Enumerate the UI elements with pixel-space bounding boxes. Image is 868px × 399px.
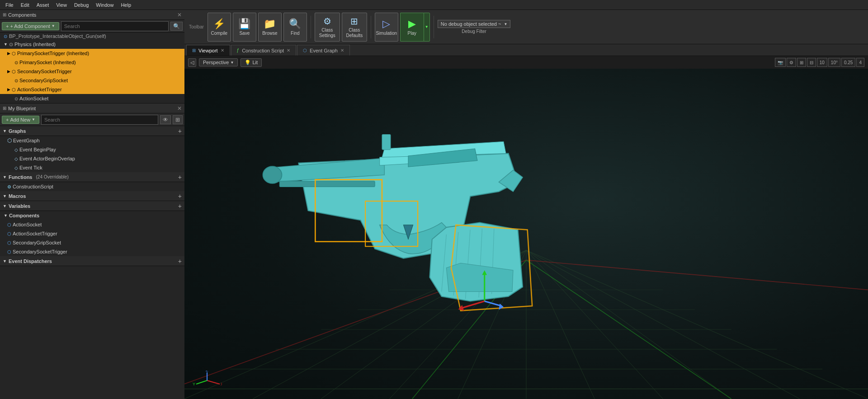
browse-icon: 📁 bbox=[264, 18, 276, 30]
filter-button[interactable]: ⊞ bbox=[173, 115, 183, 124]
event-begin-play-item[interactable]: ◇ Event BeginPlay bbox=[0, 145, 184, 154]
functions-section-header[interactable]: ▼ Functions (24 Overridable) + bbox=[0, 172, 184, 182]
tab-viewport[interactable]: ⊞ Viewport ✕ bbox=[186, 45, 230, 56]
menu-asset[interactable]: Asset bbox=[33, 1, 53, 9]
tree-item-primary-socket-trigger[interactable]: ▶ ⬡ PrimarySocketTrigger (Inherited) bbox=[0, 49, 184, 58]
tree-item-action-socket-trigger[interactable]: ▶ ⬡ ActionSocketTrigger bbox=[0, 85, 184, 94]
vp-camera-btn[interactable]: 📷 bbox=[775, 58, 786, 67]
components-subsection-header[interactable]: ▼ Components bbox=[0, 211, 184, 220]
event-graph-tab-close[interactable]: ✕ bbox=[340, 48, 344, 53]
expand-icon: ▶ bbox=[7, 69, 10, 74]
perspective-button[interactable]: Perspective ▼ bbox=[199, 58, 238, 66]
tree-item-physics[interactable]: ▼ ⊙ Physics (Inherited) bbox=[0, 40, 184, 49]
menu-edit[interactable]: Edit bbox=[17, 1, 33, 9]
tree-item-secondary-socket-trigger[interactable]: ▶ ⬡ SecondarySocketTrigger bbox=[0, 67, 184, 76]
event-tick-item[interactable]: ◇ Event Tick bbox=[0, 163, 184, 172]
menu-debug[interactable]: Debug bbox=[71, 1, 92, 9]
socket-trigger-icon: ⬡ bbox=[7, 231, 11, 236]
graphs-expand-icon: ▼ bbox=[3, 129, 7, 133]
radio-icon: ⊙ bbox=[4, 34, 7, 39]
play-dropdown-button[interactable]: ▼ bbox=[424, 13, 430, 42]
add-new-button[interactable]: + Add New ▼ bbox=[2, 116, 39, 124]
browse-button[interactable]: 📁 Browse bbox=[258, 13, 282, 42]
menu-help[interactable]: Help bbox=[117, 1, 135, 9]
svg-line-37 bbox=[207, 380, 220, 384]
debug-select-dropdown-icon: ▼ bbox=[504, 22, 507, 26]
component-icon: ⬡ bbox=[12, 51, 16, 56]
bp-secondary-socket-trigger-item[interactable]: ⬡ SecondarySocketTrigger bbox=[0, 247, 184, 256]
play-button[interactable]: ▶ Play bbox=[400, 13, 424, 42]
debug-object-select[interactable]: No debug object selected ~ ▼ bbox=[438, 20, 511, 28]
tab-construction-script[interactable]: ƒ Construction Script ✕ bbox=[231, 45, 297, 56]
menu-bar: File Edit Asset View Debug Window Help bbox=[0, 0, 868, 10]
macros-section-header[interactable]: ▼ Macros + bbox=[0, 191, 184, 201]
vp-extra-btn[interactable]: 4 bbox=[856, 58, 864, 67]
viewport[interactable]: ◁ Perspective ▼ 💡 Lit 📷 ⚙ ⊞ ⊟ 10 10° 0.2… bbox=[184, 56, 868, 399]
blueprint-panel-icon: ⊞ bbox=[3, 106, 6, 111]
compile-button[interactable]: ⚡ Compile bbox=[208, 13, 231, 42]
blueprint-section: ⊞ My Blueprint ✕ + Add New ▼ 👁 ⊞ ▼ Graph… bbox=[0, 103, 184, 399]
event-dispatchers-expand-icon: ▼ bbox=[3, 259, 7, 263]
gun-model bbox=[239, 87, 578, 349]
bp-action-socket-trigger-item[interactable]: ⬡ ActionSocketTrigger bbox=[0, 229, 184, 238]
main-area: Toolbar ⚡ Compile 💾 Save 📁 Browse 🔍 Find… bbox=[184, 10, 868, 399]
menu-view[interactable]: View bbox=[52, 1, 71, 9]
macros-add-button[interactable]: + bbox=[178, 192, 182, 200]
svg-marker-36 bbox=[499, 304, 504, 310]
event-dispatchers-add-button[interactable]: + bbox=[178, 258, 182, 265]
svg-rect-28 bbox=[279, 181, 375, 187]
add-component-dropdown-icon: ▼ bbox=[52, 24, 55, 28]
menu-window[interactable]: Window bbox=[92, 1, 117, 9]
class-settings-button[interactable]: ⚙ Class Settings bbox=[315, 13, 340, 42]
component-toolbar: + + Add Component ▼ 🔍 bbox=[0, 20, 184, 33]
add-component-button[interactable]: + + Add Component ▼ bbox=[2, 22, 59, 30]
graphs-add-button[interactable]: + bbox=[178, 127, 182, 135]
socket-icon: ⊙ bbox=[14, 60, 18, 65]
socket-icon: ⊙ bbox=[14, 96, 18, 101]
components-search-button[interactable]: 🔍 bbox=[170, 22, 183, 31]
construction-script-item[interactable]: ⚙ ConstructionScript bbox=[0, 182, 184, 191]
save-button[interactable]: 💾 Save bbox=[233, 13, 256, 42]
tab-event-graph[interactable]: ⬡ Event Graph ✕ bbox=[297, 45, 350, 56]
vp-grid-size-btn[interactable]: 10 bbox=[817, 58, 827, 67]
find-button[interactable]: 🔍 Find bbox=[283, 13, 307, 42]
blueprint-search-input[interactable] bbox=[41, 115, 158, 125]
blueprint-panel-close[interactable]: ✕ bbox=[177, 105, 182, 112]
play-button-group: ▶ Play ▼ bbox=[400, 13, 430, 42]
tree-item-action-socket[interactable]: ⊙ ActionSocket bbox=[0, 94, 184, 103]
socket-icon: ⊙ bbox=[14, 78, 18, 83]
secondary-trigger-icon: ⬡ bbox=[7, 249, 11, 254]
lit-button[interactable]: 💡 Lit bbox=[241, 58, 262, 67]
toolbar-divider-2 bbox=[371, 16, 371, 38]
event-dispatchers-section-header[interactable]: ▼ Event Dispatchers + bbox=[0, 256, 184, 266]
vp-settings-btn[interactable]: ⚙ bbox=[787, 58, 796, 67]
event-actor-begin-overlap-item[interactable]: ◇ Event ActorBeginOverlap bbox=[0, 154, 184, 163]
vp-grid-btn[interactable]: ⊟ bbox=[807, 58, 816, 67]
vp-scale-btn[interactable]: 0.25 bbox=[841, 58, 855, 67]
bp-secondary-grip-socket-item[interactable]: ⬡ SecondaryGripSocket bbox=[0, 238, 184, 247]
functions-add-button[interactable]: + bbox=[178, 174, 182, 181]
variables-add-button[interactable]: + bbox=[178, 202, 182, 210]
class-defaults-button[interactable]: ⊞ Class Defaults bbox=[342, 13, 367, 42]
blueprint-panel-title: My Blueprint bbox=[8, 106, 175, 111]
tree-item-primary-socket[interactable]: ⊙ PrimarySocket (Inherited) bbox=[0, 58, 184, 67]
event-graph-item[interactable]: ⬡ EventGraph bbox=[0, 136, 184, 145]
event-graph-icon: ⬡ bbox=[7, 137, 12, 144]
visibility-button[interactable]: 👁 bbox=[160, 115, 171, 124]
components-search-input[interactable] bbox=[61, 21, 169, 31]
tree-item-secondary-grip-socket[interactable]: ⊙ SecondaryGripSocket bbox=[0, 76, 184, 85]
components-panel-header: ⊞ Components ✕ bbox=[0, 10, 184, 20]
components-panel-close[interactable]: ✕ bbox=[177, 12, 182, 18]
graphs-section-header[interactable]: ▼ Graphs + bbox=[0, 126, 184, 136]
vp-display-btn[interactable]: ⊞ bbox=[797, 58, 806, 67]
variables-section-header[interactable]: ▼ Variables + bbox=[0, 201, 184, 211]
simulation-button[interactable]: ▷ Simulation bbox=[375, 13, 398, 42]
vp-rotation-btn[interactable]: 10° bbox=[828, 58, 840, 67]
construction-tab-close[interactable]: ✕ bbox=[287, 48, 290, 53]
vp-right-toolbar: 📷 ⚙ ⊞ ⊟ 10 10° 0.25 4 bbox=[775, 58, 864, 67]
viewport-expand-button[interactable]: ◁ bbox=[188, 58, 196, 67]
bp-action-socket-item[interactable]: ⬡ ActionSocket bbox=[0, 220, 184, 229]
menu-file[interactable]: File bbox=[2, 1, 17, 9]
event-icon: ◇ bbox=[14, 165, 18, 170]
viewport-tab-close[interactable]: ✕ bbox=[221, 48, 224, 53]
